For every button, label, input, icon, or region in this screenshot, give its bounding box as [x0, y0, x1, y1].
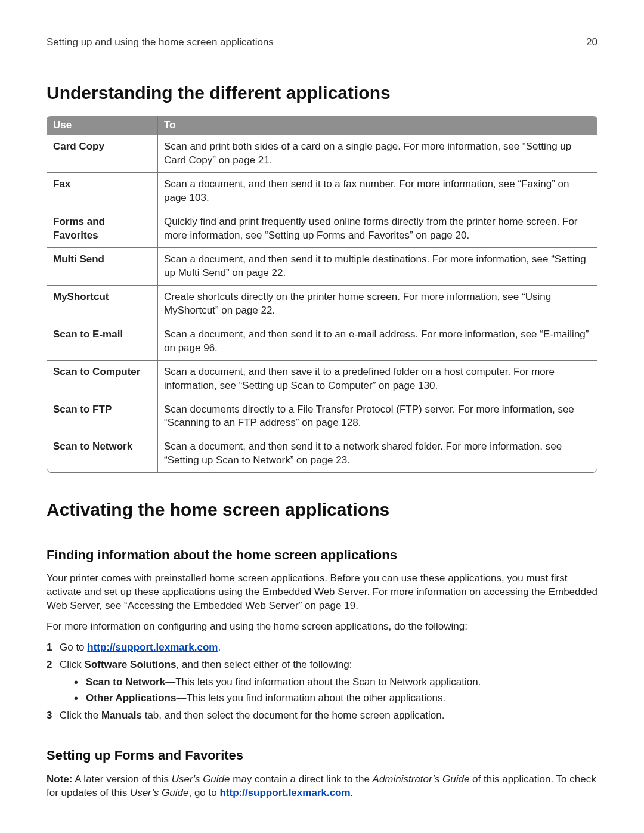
- table-cell-use: Scan to E-mail: [47, 323, 158, 361]
- step-text: Go to: [60, 642, 87, 653]
- table-cell-to: Scan a document, and then send it to an …: [158, 323, 597, 361]
- step-number: 1: [47, 641, 52, 655]
- table-row: MyShortcutCreate shortcuts directly on t…: [47, 286, 597, 323]
- step-text: , and then select either of the followin…: [177, 659, 352, 670]
- table-row: Scan to NetworkScan a document, and then…: [47, 435, 597, 472]
- paragraph-lead-in: For more information on configuring and …: [47, 620, 597, 634]
- table-row: Card CopyScan and print both sides of a …: [47, 135, 597, 173]
- table-cell-to: Create shortcuts directly on the printer…: [158, 286, 597, 323]
- header-page-number: 20: [586, 36, 597, 49]
- step-text: .: [218, 642, 221, 653]
- table-cell-to: Scan a document, and then save it to a p…: [158, 361, 597, 398]
- bold-text: Manuals: [101, 710, 142, 721]
- note-paragraph: Note: A later version of this User's Gui…: [47, 773, 597, 800]
- note-text: .: [351, 787, 354, 798]
- step-text: Click the: [60, 710, 101, 721]
- paragraph-intro: Your printer comes with preinstalled hom…: [47, 572, 597, 613]
- subheading-finding-info: Finding information about the home scree…: [47, 546, 597, 564]
- note-text: , go to: [188, 787, 219, 798]
- table-cell-use: Multi Send: [47, 248, 158, 286]
- note-label: Note:: [47, 773, 72, 785]
- step-number: 2: [47, 658, 52, 672]
- bullet-list: Scan to Network—This lets you find infor…: [74, 676, 597, 705]
- italic-text: User’s Guide: [130, 787, 189, 798]
- support-link[interactable]: http://support.lexmark.com: [219, 787, 350, 798]
- table-cell-use: Scan to FTP: [47, 398, 158, 436]
- table-row: FaxScan a document, and then send it to …: [47, 173, 597, 210]
- table-cell-use: Scan to Computer: [47, 361, 158, 398]
- running-header: Setting up and using the home screen app…: [47, 36, 597, 52]
- bold-text: Software Solutions: [85, 659, 177, 670]
- table-row: Forms and FavoritesQuickly find and prin…: [47, 210, 597, 248]
- table-row: Scan to FTPScan documents directly to a …: [47, 398, 597, 436]
- bold-text: Other Applications: [86, 692, 176, 704]
- section-heading-activating: Activating the home screen applications: [47, 498, 597, 522]
- support-link[interactable]: http://support.lexmark.com: [87, 642, 218, 653]
- table-cell-use: Card Copy: [47, 135, 158, 173]
- header-title: Setting up and using the home screen app…: [47, 36, 274, 49]
- steps-list: 1 Go to http://support.lexmark.com. 2 Cl…: [47, 641, 597, 723]
- table-row: Scan to E-mailScan a document, and then …: [47, 323, 597, 361]
- section-heading-understanding: Understanding the different applications: [47, 81, 597, 106]
- applications-table: Use To Card CopyScan and print both side…: [47, 116, 597, 473]
- table-header-to: To: [158, 116, 597, 135]
- table-cell-to: Scan and print both sides of a card on a…: [158, 135, 597, 173]
- italic-text: User's Guide: [172, 773, 230, 785]
- table-cell-to: Scan documents directly to a File Transf…: [158, 398, 597, 436]
- table-cell-to: Quickly find and print frequently used o…: [158, 210, 597, 248]
- note-text: may contain a direct link to the: [230, 773, 373, 785]
- subheading-setting-up-forms: Setting up Forms and Favorites: [47, 747, 597, 764]
- step-3: 3 Click the Manuals tab, and then select…: [47, 709, 597, 723]
- note-text: A later version of this: [72, 773, 171, 785]
- table-cell-use: MyShortcut: [47, 286, 158, 323]
- table-cell-to: Scan a document, and then send it to a f…: [158, 173, 597, 210]
- table-cell-use: Forms and Favorites: [47, 210, 158, 248]
- italic-text: Administrator’s Guide: [373, 773, 470, 785]
- step-text: Click: [60, 659, 85, 670]
- bullet-other-applications: Other Applications—This lets you find in…: [74, 692, 597, 705]
- table-cell-use: Fax: [47, 173, 158, 210]
- table-header-use: Use: [47, 116, 158, 135]
- table-cell-to: Scan a document, and then send it to a n…: [158, 435, 597, 472]
- step-2: 2 Click Software Solutions, and then sel…: [47, 658, 597, 705]
- step-number: 3: [47, 709, 52, 723]
- step-text: tab, and then select the document for th…: [142, 710, 445, 721]
- table-cell-to: Scan a document, and then send it to mul…: [158, 248, 597, 286]
- bullet-text: —This lets you find information about th…: [165, 676, 481, 688]
- table-row: Scan to ComputerScan a document, and the…: [47, 361, 597, 398]
- table-cell-use: Scan to Network: [47, 435, 158, 472]
- step-1: 1 Go to http://support.lexmark.com.: [47, 641, 597, 655]
- bullet-scan-to-network: Scan to Network—This lets you find infor…: [74, 676, 597, 689]
- table-row: Multi SendScan a document, and then send…: [47, 248, 597, 286]
- bullet-text: —This lets you find information about th…: [176, 692, 445, 704]
- bold-text: Scan to Network: [86, 676, 165, 688]
